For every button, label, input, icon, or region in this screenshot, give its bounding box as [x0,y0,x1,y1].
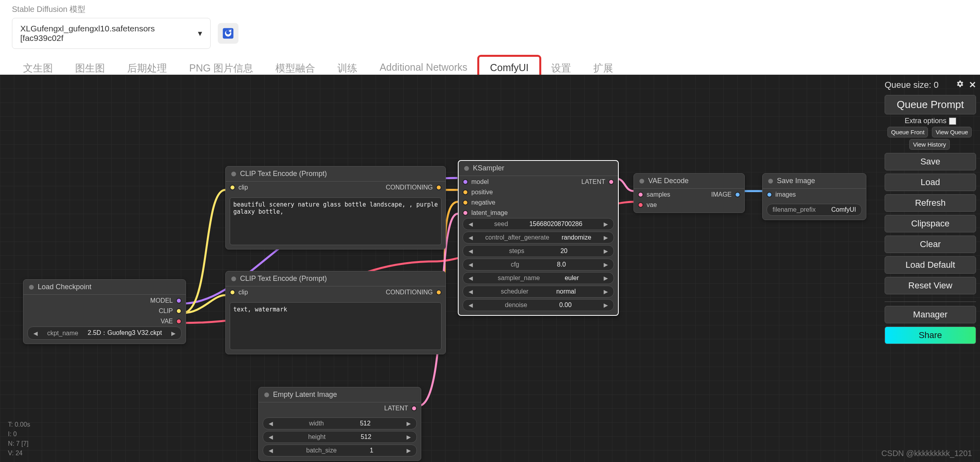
close-icon[interactable]: ✕ [969,80,976,90]
port-model-in[interactable] [463,179,468,185]
refresh-button[interactable]: Refresh [885,194,976,212]
widget-sampler_name[interactable]: ◀sampler_nameeuler▶ [463,272,614,284]
node-vae-decode[interactable]: VAE Decode samples vae IMAGE [633,173,745,213]
queue-front-button[interactable]: Queue Front [887,127,928,137]
widget-height[interactable]: ◀height512▶ [263,431,417,443]
port-vae[interactable] [176,319,182,324]
reset-view-button[interactable]: Reset View [885,277,976,294]
widget-width[interactable]: ◀width512▶ [263,418,417,429]
watermark: CSDN @kkkkkkkkk_1201 [881,449,972,458]
node-empty-latent[interactable]: Empty Latent Image LATENT ◀width512▶◀hei… [258,387,421,461]
extra-options-checkbox[interactable] [949,118,956,125]
port-clip-in[interactable] [230,185,235,190]
port-latent-in[interactable] [463,210,468,216]
port-conditioning[interactable] [436,290,442,295]
chevron-down-icon: ▾ [198,29,202,38]
manager-button[interactable]: Manager [885,306,976,323]
widget-batch_size[interactable]: ◀batch_size1▶ [263,445,417,456]
clipspace-button[interactable]: Clipspace [885,215,976,232]
clear-button[interactable]: Clear [885,236,976,253]
node-ksampler[interactable]: KSampler model positive negative latent_… [458,160,619,316]
node-save-image[interactable]: Save Image images filename_prefix ComfyU… [762,173,866,220]
model-label: Stable Diffusion 模型 [12,4,968,15]
model-row: XLGufengxl_gufengxl10.safetensors [fac93… [12,18,968,49]
negative-prompt-textarea[interactable]: text, watermark [230,302,442,350]
node-load-checkpoint[interactable]: Load Checkpoint MODEL CLIP VAE ◀ckpt_nam… [23,279,186,344]
port-clip[interactable] [176,308,182,314]
port-negative-in[interactable] [463,200,468,205]
model-select[interactable]: XLGufengxl_gufengxl10.safetensors [fac93… [12,18,211,49]
widget-filename-prefix[interactable]: filename_prefix ComfyUI [767,204,862,216]
port-latent[interactable] [411,406,417,411]
share-button[interactable]: Share [885,327,976,344]
port-samples-in[interactable] [638,192,643,197]
refresh-icon [222,27,234,40]
divider [885,302,976,302]
node-title: Load Checkpoint [38,283,91,291]
node-title: Save Image [777,177,815,185]
load-default-button[interactable]: Load Default [885,256,976,274]
port-clip-in[interactable] [230,290,235,295]
gear-icon[interactable] [955,79,964,90]
port-latent-out[interactable] [608,179,614,185]
port-image-out[interactable] [735,192,740,197]
widget-control_after_generate[interactable]: ◀control_after_generaterandomize▶ [463,232,614,244]
refresh-model-button[interactable] [218,23,238,44]
widget-steps[interactable]: ◀steps20▶ [463,245,614,257]
port-conditioning[interactable] [436,185,442,190]
save-button[interactable]: Save [885,153,976,170]
widget-cfg[interactable]: ◀cfg8.0▶ [463,259,614,271]
node-title: CLIP Text Encode (Prompt) [240,170,327,178]
queue-size-label: Queue size: 0 [885,80,939,90]
widget-denoise[interactable]: ◀denoise0.00▶ [463,299,614,311]
widget-seed[interactable]: ◀seed156680208700286▶ [463,218,614,230]
node-title: CLIP Text Encode (Prompt) [240,274,327,283]
port-vae-in[interactable] [638,202,643,208]
app-header: Stable Diffusion 模型 XLGufengxl_gufengxl1… [0,0,980,80]
node-title: KSampler [473,164,504,172]
node-title: VAE Decode [648,177,689,185]
port-images-in[interactable] [767,192,772,197]
model-value: XLGufengxl_gufengxl10.safetensors [fac93… [20,24,198,43]
extra-options-label: Extra options [904,117,946,125]
comfyui-canvas[interactable]: Load Checkpoint MODEL CLIP VAE ◀ckpt_nam… [0,75,980,462]
svg-rect-0 [223,28,234,39]
queue-prompt-button[interactable]: Queue Prompt [885,95,976,114]
load-button[interactable]: Load [885,174,976,191]
port-model[interactable] [176,298,182,303]
node-clip-negative[interactable]: CLIP Text Encode (Prompt) clip CONDITION… [225,271,446,354]
widget-ckpt-name[interactable]: ◀ckpt_name 2.5D：Guofeng3 V32.ckpt▶ [27,327,182,340]
control-panel: Queue size: 0 ✕ Queue Prompt Extra optio… [881,75,980,347]
stats-overlay: T: 0.00s I: 0 N: 7 [7] V: 24 [8,420,30,458]
node-title: Empty Latent Image [273,390,337,399]
widget-scheduler[interactable]: ◀schedulernormal▶ [463,286,614,298]
view-queue-button[interactable]: View Queue [932,127,971,137]
view-history-button[interactable]: View History [909,139,949,150]
prompt-textarea[interactable]: beautiful scenery nature glass bottle la… [230,197,442,245]
port-positive-in[interactable] [463,189,468,195]
node-clip-positive[interactable]: CLIP Text Encode (Prompt) clip CONDITION… [225,166,446,249]
